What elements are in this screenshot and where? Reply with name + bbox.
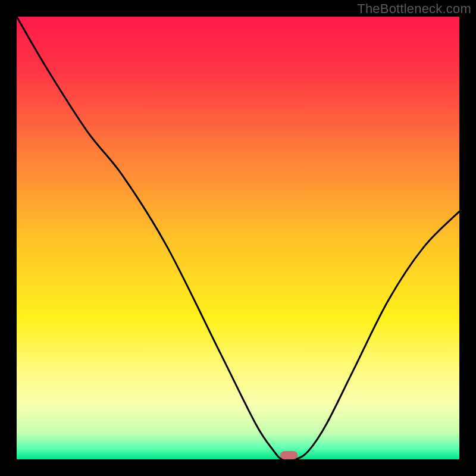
bottleneck-curve (17, 17, 459, 459)
plot-area (17, 17, 459, 459)
watermark-text: TheBottleneck.com (357, 1, 471, 17)
optimum-marker (280, 451, 298, 459)
chart-frame: TheBottleneck.com (0, 0, 476, 476)
